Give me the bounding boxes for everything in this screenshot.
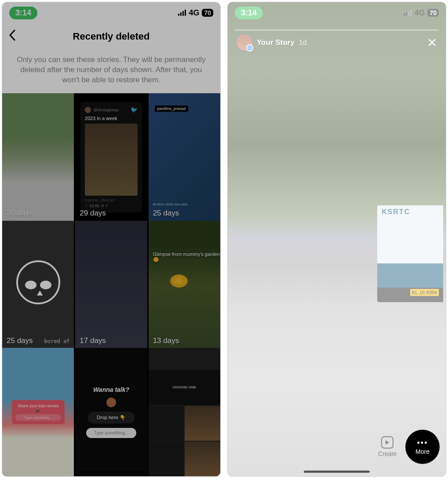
days-remaining: 17 days: [80, 336, 106, 345]
days-remaining: 13 days: [153, 336, 179, 345]
network-label: 4G: [414, 8, 425, 18]
poll-option: [149, 442, 184, 476]
back-button[interactable]: [8, 29, 16, 44]
caption-text: Glimpse from mummy's garden 🌼: [153, 252, 220, 263]
days-remaining: 25 days: [153, 209, 179, 218]
add-story-icon: +: [246, 44, 253, 51]
bus-brand: KSRTC: [382, 208, 410, 216]
story-viewer[interactable]: KSRTC KL-15 8394 + Your Story 1d ✕: [230, 27, 443, 415]
days-remaining: 29 days: [80, 209, 106, 218]
story-header: + Your Story 1d ✕: [237, 35, 437, 51]
twitter-icon: 🐦: [131, 106, 138, 113]
tweet-handle: @shutupjoeyy: [94, 108, 119, 112]
bus-image: KSRTC KL-15 8394: [377, 205, 443, 302]
avatar: [106, 398, 116, 407]
sticker-input: Type something...: [15, 414, 61, 421]
drop-label: Drop here 👇: [88, 412, 135, 424]
skull-drawing: [16, 260, 60, 304]
reels-icon: [381, 436, 393, 449]
battery-level: 70: [427, 9, 439, 17]
more-button[interactable]: ••• More: [405, 430, 440, 464]
status-right: 4G 70: [178, 8, 213, 18]
days-remaining: 25 days: [7, 336, 33, 345]
story-tile[interactable]: Glimpse from mummy's garden 🌼 13 days: [149, 221, 220, 349]
create-label: Create: [378, 450, 397, 457]
create-button[interactable]: Create: [378, 436, 397, 457]
question-sticker: Share your train stories 🚂 Type somethin…: [12, 400, 65, 424]
sticker-title: Share your train stories 🚂: [15, 404, 61, 413]
poll-option: [149, 406, 184, 441]
bottom-actions: Create ••• More: [378, 430, 440, 464]
story-tile[interactable]: 17 days: [75, 221, 147, 349]
battery-level: 70: [202, 9, 213, 17]
page-title: Recently deleted: [73, 31, 150, 42]
more-icon: •••: [417, 439, 428, 447]
ai-avatar-image: [185, 442, 220, 476]
info-text: Only you can see these stories. They wil…: [2, 50, 220, 93]
story-tile[interactable]: 30 days: [2, 93, 74, 222]
home-indicator[interactable]: [78, 471, 144, 473]
story-tile[interactable]: Share your train stories 🚂 Type somethin…: [2, 348, 74, 476]
phone-screen-right: 3:14 4G 70 KSRTC KL-15 8394 + Your Story…: [227, 2, 446, 477]
license-plate: KL-15 8394: [410, 289, 439, 296]
status-bar: 3:14 4G 70: [228, 2, 446, 23]
ai-avatar-image: [185, 406, 220, 441]
story-tile[interactable]: Wanna talk? Drop here 👇 Type something..…: [75, 348, 147, 476]
tweet-image: [85, 124, 138, 196]
story-owner-name: Your Story: [257, 38, 295, 47]
close-button[interactable]: ✕: [427, 36, 437, 50]
flower-image: [170, 274, 188, 288]
days-remaining: 30 days: [7, 209, 33, 218]
tweet-text: 2023 in a week: [85, 116, 138, 121]
story-tile[interactable]: CHOOSE ONE: [149, 348, 220, 476]
caption-text: bored af: [44, 338, 70, 344]
status-bar: 3:14 4G 70: [2, 2, 220, 23]
avatar: [85, 107, 91, 113]
phone-screen-left: 3:14 4G 70 Recently deleted Only you can…: [2, 2, 221, 477]
caption-text: Brother clicks few pics: [153, 202, 188, 206]
signal-icon: [178, 10, 186, 16]
mention-tag: pavithra_prasad: [155, 106, 189, 112]
story-tile[interactable]: pavithra_prasad Brother clicks few pics …: [149, 93, 220, 222]
status-time: 3:14: [9, 7, 37, 19]
sticker-input: Type something...: [86, 428, 137, 438]
tweet-stats: ♡ 23.8K ⟲ 7: [85, 204, 138, 208]
story-tile[interactable]: @shutupjoeyy 🐦 2023 in a week 9:16 PM · …: [75, 93, 147, 222]
home-indicator[interactable]: [304, 471, 370, 473]
more-label: More: [415, 448, 430, 455]
tweet-meta: 9:16 PM · 25/12/23: [85, 198, 138, 202]
sticker-title: Wanna talk?: [93, 386, 129, 393]
story-avatar-wrap[interactable]: +: [237, 35, 252, 51]
poll-header: CHOOSE ONE: [149, 370, 220, 405]
page-header: Recently deleted: [2, 23, 220, 50]
status-right: 4G 70: [404, 8, 439, 18]
story-progress-bar: [235, 29, 439, 31]
story-grid: 30 days @shutupjoeyy 🐦 2023 in a week 9:…: [2, 93, 220, 476]
story-time: 1d: [299, 39, 307, 47]
signal-icon: [404, 10, 412, 16]
tweet-card: @shutupjoeyy 🐦 2023 in a week 9:16 PM · …: [80, 102, 142, 212]
network-label: 4G: [189, 8, 199, 18]
story-tile[interactable]: bored af 25 days: [2, 221, 74, 349]
chevron-left-icon: [8, 29, 16, 41]
status-time: 3:14: [235, 7, 263, 19]
